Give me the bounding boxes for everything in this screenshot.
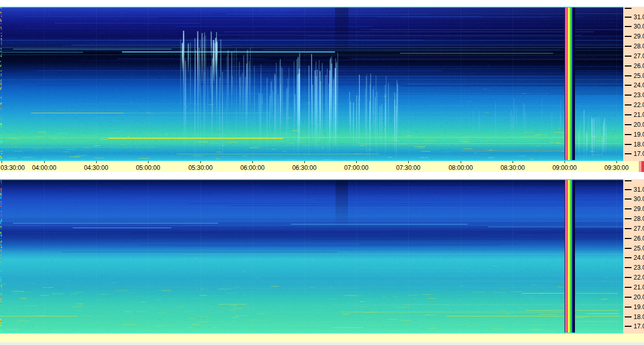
- freq-scale-lcp: 31.030.029.028.027.026.025.024.023.022.0…: [623, 179, 644, 334]
- time-label: 06:00:00: [240, 164, 265, 171]
- time-label: 08:00:00: [449, 164, 473, 171]
- freq-label: 27.0: [634, 225, 644, 232]
- freq-tick: [625, 238, 632, 239]
- freq-label: 26.0: [634, 63, 644, 69]
- freq-tick: [625, 287, 632, 288]
- freq-label: 25.0: [634, 73, 644, 79]
- freq-tick-top: [625, 180, 632, 181]
- freq-label: 18.0: [634, 141, 644, 148]
- time-tick: [616, 161, 617, 163]
- freq-tick: [625, 17, 632, 18]
- freq-label: 17.0: [634, 323, 644, 329]
- freq-label: 31.0: [634, 14, 644, 20]
- freq-tick: [625, 104, 632, 105]
- time-label: 06:30:00: [292, 164, 317, 171]
- freq-scale-rcp: 31.030.029.028.027.026.025.024.023.022.0…: [623, 7, 644, 161]
- time-label: 07:00:00: [344, 164, 369, 171]
- freq-tick: [625, 208, 632, 209]
- radio-sky-spectrograph-window: AJ4CO Observatory 06 Jan 2026 - DPS on T…: [0, 0, 644, 345]
- freq-tick: [625, 297, 632, 298]
- freq-label: 30.0: [634, 196, 644, 202]
- empty-time-band: [0, 334, 644, 342]
- time-label: 04:00:00: [32, 164, 57, 171]
- freq-tick: [625, 65, 632, 67]
- time-tick: [408, 161, 409, 163]
- freq-label: 25.0: [634, 245, 644, 251]
- spectrogram-canvas-lcp[interactable]: [0, 179, 623, 334]
- panel1-titlebar: AJ4CO Observatory 06 Jan 2026 - DPS on T…: [0, 0, 644, 7]
- freq-label: 31.0: [634, 187, 644, 193]
- panel2-row: 31.030.029.028.027.026.025.024.023.022.0…: [0, 179, 644, 334]
- freq-label: 28.0: [634, 43, 644, 49]
- timebar-edge-mark-red: [641, 161, 644, 172]
- time-label: 09:00:00: [553, 164, 577, 171]
- time-tick: [304, 161, 305, 163]
- freq-label: 20.0: [634, 294, 644, 300]
- time-label: 04:30:00: [84, 164, 109, 171]
- freq-tick: [625, 248, 632, 249]
- time-tick: [200, 161, 201, 163]
- time-tick: [252, 161, 253, 163]
- freq-tick: [625, 189, 632, 190]
- freq-label: 19.0: [634, 131, 644, 138]
- time-label: 07:30:00: [396, 164, 421, 171]
- freq-label: 21.0: [634, 284, 644, 290]
- freq-tick: [625, 257, 632, 258]
- freq-tick: [625, 46, 632, 47]
- time-tick: [461, 161, 461, 163]
- time-tick: [96, 161, 97, 163]
- freq-tick: [625, 26, 632, 27]
- freq-tick: [625, 153, 632, 154]
- time-label: 03:30:00: [1, 164, 25, 171]
- freq-label: 28.0: [634, 216, 644, 222]
- freq-tick: [625, 85, 632, 86]
- panel1-row: 31.030.029.028.027.026.025.024.023.022.0…: [0, 7, 644, 161]
- freq-tick: [625, 124, 632, 125]
- window-bottom-strip: [0, 342, 644, 345]
- freq-tick: [625, 144, 632, 145]
- freq-label: 24.0: [634, 82, 644, 88]
- freq-label: 21.0: [634, 112, 644, 118]
- time-tick: [44, 161, 45, 163]
- freq-label: 22.0: [634, 102, 644, 108]
- freq-label: 29.0: [634, 206, 644, 212]
- freq-tick: [625, 326, 632, 327]
- freq-tick: [625, 198, 632, 200]
- freq-label: 23.0: [634, 92, 644, 98]
- freq-tick: [625, 218, 632, 219]
- freq-tick: [625, 114, 632, 115]
- time-label: 05:00:00: [136, 164, 160, 171]
- freq-tick: [625, 228, 632, 229]
- panel2-titlebar: AJ4CO Observatory 06 Jan 2026 - DPS on T…: [0, 172, 644, 179]
- freq-tick: [625, 316, 632, 317]
- freq-label: 17.0: [634, 151, 644, 157]
- freq-tick: [625, 277, 632, 278]
- freq-label: 19.0: [634, 304, 644, 310]
- freq-tick: [625, 75, 632, 76]
- time-tick: [2, 161, 2, 163]
- time-label: 05:30:00: [189, 164, 213, 171]
- spectrogram-canvas-rcp[interactable]: [0, 7, 623, 161]
- time-label: 08:30:00: [501, 164, 525, 171]
- freq-label: 26.0: [634, 235, 644, 242]
- freq-label: 27.0: [634, 53, 644, 59]
- freq-label: 22.0: [634, 274, 644, 281]
- freq-tick: [625, 134, 632, 135]
- time-tick: [565, 161, 565, 163]
- time-tick: [356, 161, 357, 163]
- freq-tick: [625, 307, 632, 308]
- freq-tick: [625, 95, 632, 96]
- freq-label: 20.0: [634, 122, 644, 128]
- freq-label: 29.0: [634, 33, 644, 39]
- freq-tick: [625, 267, 632, 268]
- time-tick: [148, 161, 149, 163]
- time-axis: 03:30:0004:00:0004:30:0005:00:0005:30:00…: [0, 161, 644, 172]
- freq-tick-top: [625, 8, 632, 9]
- time-tick: [513, 161, 513, 163]
- freq-tick: [625, 36, 632, 37]
- freq-label: 24.0: [634, 255, 644, 261]
- freq-tick: [625, 56, 632, 57]
- time-label: 09:30:00: [605, 164, 629, 171]
- freq-label: 30.0: [634, 23, 644, 30]
- freq-label: 18.0: [634, 314, 644, 320]
